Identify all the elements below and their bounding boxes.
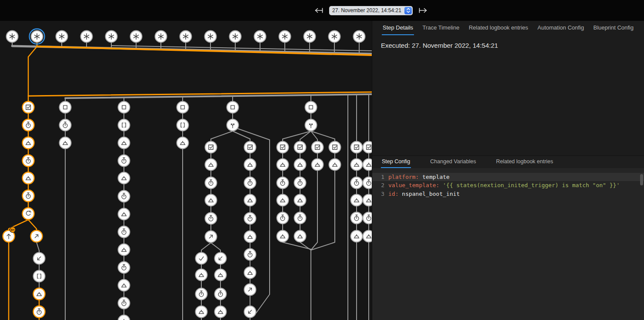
trace-node-service[interactable] bbox=[351, 195, 363, 206]
trace-node-brackets[interactable] bbox=[33, 271, 45, 282]
trace-node-service[interactable] bbox=[215, 269, 227, 281]
trace-node-checkbox[interactable] bbox=[277, 142, 289, 153]
trace-node-square[interactable] bbox=[60, 102, 71, 113]
trace-node-asterisk[interactable] bbox=[354, 31, 365, 43]
tab-related-logbook-entries[interactable]: Related logbook entries bbox=[468, 21, 529, 35]
trace-node-service[interactable] bbox=[277, 195, 289, 206]
trace-node-service[interactable] bbox=[363, 159, 372, 171]
trace-node-service[interactable] bbox=[351, 231, 363, 242]
trace-node-asterisk[interactable] bbox=[56, 31, 68, 43]
trace-node-arrow-ne[interactable] bbox=[205, 231, 217, 243]
trace-node-service[interactable] bbox=[118, 280, 130, 291]
trace-node-timer[interactable] bbox=[244, 213, 256, 224]
trace-node-service[interactable] bbox=[312, 159, 324, 171]
trace-node-service[interactable] bbox=[244, 159, 256, 171]
trace-node-split[interactable] bbox=[305, 119, 317, 131]
trace-node-square[interactable] bbox=[177, 102, 189, 113]
trace-node-brackets[interactable] bbox=[177, 119, 189, 131]
trace-node-arrow-sw[interactable] bbox=[244, 306, 256, 318]
trace-node-service[interactable] bbox=[277, 159, 289, 171]
previous-run-icon[interactable] bbox=[314, 7, 324, 14]
trace-node-asterisk[interactable] bbox=[230, 31, 241, 43]
trace-node-check[interactable] bbox=[196, 253, 207, 264]
trace-node-asterisk[interactable] bbox=[180, 31, 192, 43]
trace-node-service[interactable] bbox=[351, 159, 363, 171]
trace-node-service[interactable] bbox=[177, 137, 189, 149]
trace-node-timer[interactable] bbox=[118, 155, 130, 167]
trace-node-service[interactable] bbox=[205, 159, 217, 171]
trace-node-timer[interactable] bbox=[23, 190, 34, 202]
trace-node-service[interactable] bbox=[215, 306, 227, 318]
trace-node-service[interactable] bbox=[294, 195, 306, 206]
trace-node-asterisk[interactable] bbox=[254, 31, 266, 43]
trace-node-brackets[interactable] bbox=[118, 119, 130, 131]
trace-node-service[interactable] bbox=[23, 137, 34, 149]
trace-node-split[interactable] bbox=[227, 119, 239, 131]
trace-node-service[interactable] bbox=[118, 315, 130, 320]
run-selector[interactable]: 27. November 2022, 14:54:21 bbox=[329, 6, 413, 15]
trace-node-arrow-ne[interactable] bbox=[31, 231, 43, 242]
trace-node-asterisk[interactable] bbox=[7, 31, 18, 43]
trace-node-timer[interactable] bbox=[277, 212, 289, 224]
trace-node-checkbox[interactable] bbox=[244, 142, 256, 153]
trace-node-service[interactable] bbox=[277, 231, 289, 242]
trace-node-timer[interactable] bbox=[244, 249, 256, 261]
trace-node-checkbox[interactable] bbox=[205, 142, 217, 153]
trace-node-checkbox[interactable] bbox=[294, 142, 306, 153]
trace-node-asterisk[interactable] bbox=[81, 31, 93, 43]
tab-automation-config[interactable]: Automation Config bbox=[537, 21, 585, 35]
trace-node-service[interactable] bbox=[294, 231, 306, 242]
trace-node-service[interactable] bbox=[60, 137, 71, 149]
trace-node-timer[interactable] bbox=[351, 177, 363, 189]
trace-node-checkbox[interactable] bbox=[23, 102, 34, 113]
trace-node-square[interactable] bbox=[118, 102, 130, 113]
trace-node-arrow-sw[interactable] bbox=[215, 253, 227, 264]
trace-node-service[interactable] bbox=[118, 208, 130, 220]
trace-node-repeat[interactable] bbox=[23, 208, 34, 220]
trace-node-timer[interactable] bbox=[196, 288, 207, 300]
trace-node-service[interactable] bbox=[363, 195, 372, 206]
trace-node-timer[interactable] bbox=[23, 155, 34, 167]
trace-node-service[interactable] bbox=[244, 267, 256, 279]
trace-node-square[interactable] bbox=[305, 102, 317, 113]
trace-node-asterisk[interactable] bbox=[329, 31, 340, 43]
trace-node-timer[interactable] bbox=[118, 297, 130, 309]
trace-node-asterisk[interactable] bbox=[155, 31, 167, 43]
tab-related-logbook-entries[interactable]: Related logbook entries bbox=[495, 156, 554, 168]
trace-node-asterisk[interactable] bbox=[279, 31, 291, 43]
tab-trace-timeline[interactable]: Trace Timeline bbox=[422, 21, 460, 35]
trace-node-timer[interactable] bbox=[33, 306, 45, 318]
trace-node-service[interactable] bbox=[118, 244, 130, 256]
trace-node-asterisk[interactable] bbox=[304, 31, 316, 43]
trace-node-timer[interactable] bbox=[60, 119, 71, 131]
trace-node-checkbox[interactable] bbox=[312, 142, 324, 153]
next-run-icon[interactable] bbox=[418, 7, 428, 14]
tab-changed-variables[interactable]: Changed Variables bbox=[429, 156, 477, 168]
trace-node-service[interactable] bbox=[23, 172, 34, 184]
tab-step-config[interactable]: Step Config bbox=[381, 156, 411, 168]
trace-node-timer[interactable] bbox=[363, 177, 372, 189]
editor-scrollbar[interactable] bbox=[640, 174, 643, 185]
trace-node-checkbox[interactable] bbox=[351, 142, 363, 153]
trace-node-asterisk[interactable] bbox=[130, 31, 142, 43]
trace-node-timer[interactable] bbox=[23, 119, 34, 131]
trace-node-service[interactable] bbox=[33, 288, 45, 300]
trace-node-timer[interactable] bbox=[215, 288, 227, 300]
trace-node-arrow-ne[interactable] bbox=[244, 284, 256, 296]
trace-node-asterisk[interactable] bbox=[30, 29, 45, 44]
trace-node-service[interactable] bbox=[294, 159, 306, 171]
trace-node-timer[interactable] bbox=[277, 177, 289, 189]
trace-node-service[interactable] bbox=[196, 306, 207, 318]
trace-node-service[interactable] bbox=[118, 137, 130, 149]
trace-node-timer[interactable] bbox=[205, 213, 217, 224]
trace-node-service[interactable] bbox=[205, 195, 217, 206]
trace-node-timer[interactable] bbox=[118, 262, 130, 274]
trace-node-service[interactable] bbox=[329, 159, 341, 171]
trace-node-service[interactable] bbox=[363, 231, 372, 242]
trace-node-asterisk[interactable] bbox=[205, 31, 217, 43]
tab-blueprint-config[interactable]: Blueprint Config bbox=[592, 21, 634, 35]
trace-node-square[interactable] bbox=[227, 102, 239, 113]
trace-node-timer[interactable] bbox=[244, 177, 256, 189]
trace-node-service[interactable] bbox=[196, 269, 207, 281]
trace-node-service[interactable] bbox=[244, 195, 256, 206]
